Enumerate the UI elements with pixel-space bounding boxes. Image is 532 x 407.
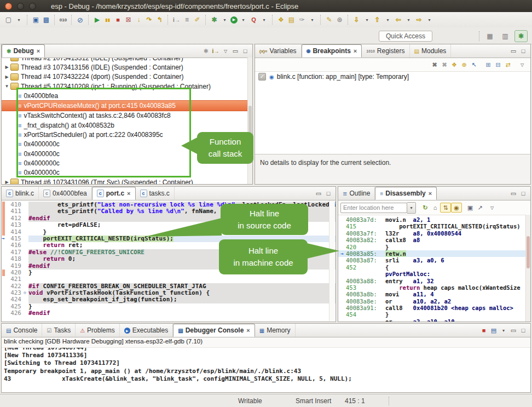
disassembly-line[interactable]: →40083a85:retw.n — [338, 250, 530, 257]
save-icon[interactable]: ▣ — [31, 15, 41, 25]
disassembly-line[interactable]: 40083a7f:l32r a8, 0x40080544 — [338, 230, 530, 237]
forward-dropdown[interactable]: ▾ — [425, 15, 434, 25]
remove-breakpoint-icon[interactable]: ✖ — [430, 60, 440, 69]
disassembly-line[interactable]: 40083a8e:or a10, a2, a2 — [338, 298, 530, 305]
link-with-debug-icon[interactable]: ⇄ — [503, 60, 513, 69]
tab-blink-c[interactable]: c blink.c — [2, 187, 39, 200]
fold-marker-icon[interactable]: ⊖ — [24, 290, 28, 296]
disassembly-scrollbar[interactable] — [525, 215, 530, 322]
window-maximize-button[interactable] — [29, 3, 36, 10]
go-last-icon[interactable]: ⇧ — [373, 15, 382, 25]
disassembly-line[interactable]: or a2, a10, a10 — [338, 318, 530, 322]
remove-all-breakpoints-icon[interactable]: ✖ — [440, 60, 449, 69]
expand-icon[interactable]: ▶ — [3, 74, 10, 79]
mark-occurrences-icon[interactable]: ✎ — [325, 15, 334, 25]
breakpoint-item[interactable]: ✓ ◉ blink.c [function: app_main] [type: … — [255, 72, 530, 82]
editor-code-line[interactable]: 423⊖void vPortFirstTaskHook(TaskFunction… — [2, 290, 336, 296]
disassembly-line[interactable]: 40083a8b:movi a11, 4 — [338, 291, 530, 297]
window-close-button[interactable] — [5, 3, 12, 10]
open-perspective-button[interactable]: ▦ — [484, 31, 496, 42]
tab-disassembly[interactable]: ≡ Disassembly × — [375, 187, 437, 200]
profile-icon[interactable]: Q — [249, 15, 258, 25]
tab-outline[interactable]: ≣ Outline — [338, 187, 375, 200]
collapse-icon[interactable]: ▼ — [3, 84, 10, 89]
tab-port-c[interactable]: c port.c × — [92, 187, 136, 200]
forward-icon[interactable]: ⇨ — [414, 15, 424, 25]
profile-dropdown[interactable]: ▾ — [259, 15, 269, 25]
console-output[interactable]: [New Thread 1073468744][New Thread 10734… — [2, 348, 530, 393]
open-type-icon[interactable]: ❖ — [276, 15, 286, 25]
view-menu-icon[interactable]: ▽ — [221, 47, 230, 55]
suspend-icon[interactable]: ▮▮ — [103, 15, 112, 25]
debug-perspective-button[interactable]: ✱ — [514, 30, 528, 42]
editor-code-line[interactable]: 426#endif — [2, 310, 336, 317]
new-dropdown[interactable]: ▾ — [14, 15, 24, 25]
location-dropdown-icon[interactable]: ▾ — [407, 202, 416, 214]
tab-executables[interactable]: ▶ Executables — [120, 324, 173, 337]
debug-thread-row[interactable]: ▶Thread #6 1073431096 (Tmr Svc) (Suspend… — [2, 177, 252, 185]
run-icon[interactable]: ▶ — [230, 16, 238, 24]
debug-thread-row[interactable]: ▶Thread #3 1073413156 (IDLE) (Suspended … — [2, 62, 252, 72]
editor-overview-ruler[interactable] — [329, 200, 335, 321]
minimize-icon[interactable]: ▭ — [314, 189, 323, 198]
tab-tasks[interactable]: ☑ Tasks — [42, 324, 76, 337]
disassembly-code-area[interactable]: 40083a7d:movi.n a2, 1415 portEXIT_CRITIC… — [338, 215, 530, 322]
expand-icon[interactable]: ▶ — [3, 65, 10, 70]
close-icon[interactable]: × — [37, 48, 40, 54]
debug-icon[interactable]: ✱ — [210, 15, 219, 25]
maximize-icon[interactable]: □ — [240, 47, 250, 55]
maximize-icon[interactable]: □ — [518, 326, 528, 335]
save-all-icon[interactable]: ▩ — [42, 15, 51, 25]
tab-console[interactable]: ▤ Console — [2, 324, 42, 337]
open-resource-icon[interactable]: ▤ — [287, 15, 296, 25]
go-last-dropdown[interactable]: ▾ — [383, 15, 392, 25]
skip-breakpoints-icon[interactable]: ⊘ — [76, 15, 85, 25]
debug-scrollbar[interactable] — [247, 58, 252, 184]
external-tools-dropdown[interactable]: ▾ — [308, 15, 317, 25]
debug-stack-frame-row[interactable]: ≡0x4000000c — [2, 168, 252, 177]
window-minimize-button[interactable] — [17, 3, 24, 10]
tab-debug[interactable]: ✱ Debug × — [2, 44, 45, 58]
view-menu-icon[interactable]: ▽ — [517, 60, 527, 69]
back-dropdown[interactable]: ▾ — [404, 15, 413, 25]
track-expression-icon[interactable]: ◉ — [451, 203, 462, 213]
editor-code-line[interactable]: 421 — [2, 276, 336, 283]
debug-stack-frame-row[interactable]: ≡vPortCPUReleaseMutex() at port.c:415 0x… — [2, 100, 252, 111]
minimize-icon[interactable]: ▭ — [508, 189, 518, 198]
show-supported-breakpoints-icon[interactable]: ❖ — [449, 60, 459, 69]
skip-all-breakpoints-icon[interactable]: ↖ — [469, 60, 479, 69]
tab-problems[interactable]: ⚠ Problems — [76, 324, 120, 337]
step-into-icon[interactable]: ↓ — [134, 15, 143, 25]
disassembly-line[interactable]: 415 portEXIT_CRITICAL_NESTED(irqStatus) — [338, 223, 530, 230]
debug-stack-frame-row[interactable]: ≡0x4000bfea — [2, 91, 252, 100]
last-edit-location-icon[interactable]: ⇩ — [352, 15, 361, 25]
tab-0x4000bfea[interactable]: c 0x4000bfea — [39, 187, 92, 200]
disassembly-line[interactable]: 452{ — [338, 264, 530, 271]
disassembly-line[interactable]: 454} — [338, 311, 530, 318]
minimize-icon[interactable]: ▭ — [508, 326, 518, 335]
cpp-perspective-button[interactable]: ▥ — [499, 31, 511, 42]
external-tools-icon[interactable]: ✑ — [297, 15, 307, 25]
remove-terminated-icon[interactable]: ✱ — [201, 47, 211, 55]
quick-access-button[interactable]: Quick Access — [379, 31, 432, 42]
editor-code-line[interactable]: 422#if CONFIG_FREERTOS_BREAK_ON_SCHEDULE… — [2, 283, 336, 290]
disconnect-icon[interactable]: ⊠ — [124, 15, 133, 25]
location-input[interactable]: Enter location here — [340, 203, 407, 213]
debug-stack-frame-row[interactable]: ≡vTaskSwitchContext() at tasks.c:2,846 0… — [2, 111, 252, 121]
step-return-icon[interactable]: ↰ — [155, 15, 164, 25]
disassembly-line[interactable]: 420} — [338, 244, 530, 250]
maximize-icon[interactable]: □ — [323, 189, 333, 198]
display-selected-console-icon[interactable]: ▤ — [489, 326, 499, 335]
new-view-icon[interactable]: ▣ — [465, 203, 475, 212]
tab-debugger-console[interactable]: ▤ Debugger Console × — [173, 324, 255, 337]
close-icon[interactable]: × — [246, 327, 250, 334]
minimize-icon[interactable]: ▭ — [230, 47, 240, 55]
debug-dropdown[interactable]: ▾ — [220, 15, 229, 25]
disassembly-line[interactable]: 40083a82:callx8 a8 — [338, 237, 530, 243]
view-menu-icon[interactable]: ▽ — [487, 203, 497, 212]
console-dropdown-icon[interactable]: ▾ — [499, 326, 508, 335]
close-icon[interactable]: × — [429, 190, 432, 197]
tab-tasks-c[interactable]: c tasks.c — [136, 187, 175, 200]
step-filters-icon[interactable]: ≡ — [182, 15, 192, 25]
disassembly-line[interactable]: 40083a88:entry a1, 32 — [338, 278, 530, 284]
